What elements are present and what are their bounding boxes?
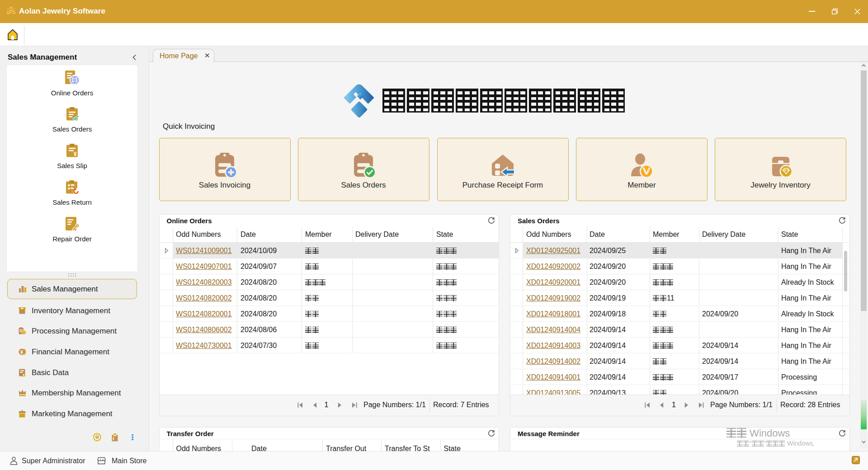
svg-text:¥: ¥ (20, 349, 23, 355)
svg-text:¥: ¥ (74, 151, 77, 157)
